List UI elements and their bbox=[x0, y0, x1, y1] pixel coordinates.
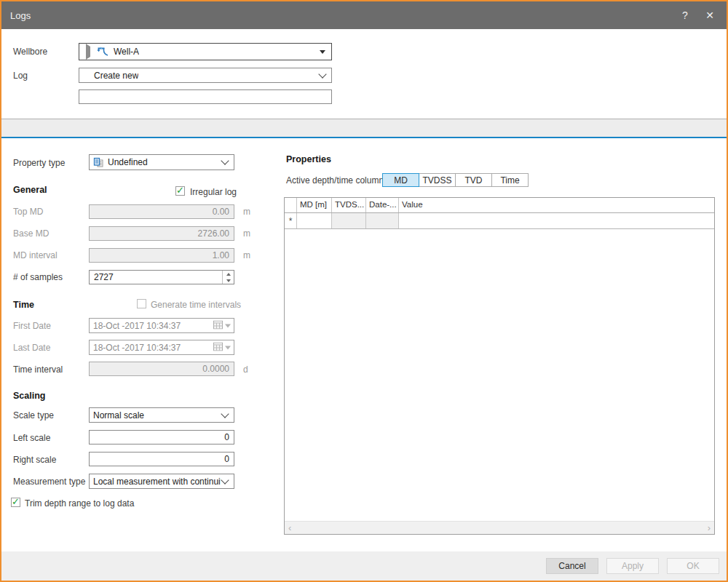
time-interval-unit: d bbox=[243, 364, 248, 375]
base-md-field: 2726.00 bbox=[89, 226, 234, 241]
top-md-unit: m bbox=[243, 207, 250, 217]
property-type-label: Property type bbox=[13, 158, 65, 168]
column-header-md[interactable]: MD [m] bbox=[297, 198, 332, 212]
calendar-icon bbox=[213, 320, 223, 331]
base-md-unit: m bbox=[243, 228, 250, 239]
wellbore-icon bbox=[97, 47, 109, 57]
scale-type-label: Scale type bbox=[13, 410, 54, 420]
base-md-label: Base MD bbox=[13, 228, 49, 239]
num-samples-label: # of samples bbox=[13, 272, 63, 282]
time-section-title: Time bbox=[13, 300, 34, 310]
tree-expander-icon[interactable] bbox=[86, 47, 90, 57]
scroll-right-icon[interactable] bbox=[708, 522, 711, 533]
measurement-type-value: Local measurement with continuit bbox=[93, 477, 221, 487]
trim-depth-range-checkbox[interactable] bbox=[11, 498, 20, 507]
logs-dialog: Logs ? ✕ Wellbore Well-A Log Create new … bbox=[0, 0, 728, 582]
time-interval-label: Time interval bbox=[13, 364, 63, 375]
wellbore-dropdown-icon[interactable] bbox=[320, 50, 325, 54]
first-date-picker: 18-Oct -2017 10:34:37 bbox=[89, 318, 234, 333]
irregular-log-label: Irregular log bbox=[190, 187, 237, 197]
table-header-row: MD [m] TVDS... Date-... Value bbox=[285, 198, 714, 213]
md-interval-label: MD interval bbox=[13, 250, 58, 260]
column-button-md[interactable]: MD bbox=[382, 173, 419, 187]
title-bar[interactable]: Logs ? ✕ bbox=[1, 1, 727, 29]
generate-time-intervals-checkbox bbox=[137, 299, 146, 308]
footer-bar: Cancel Apply OK bbox=[1, 551, 727, 581]
column-header-tvdss[interactable]: TVDS... bbox=[332, 198, 366, 212]
horizontal-scrollbar[interactable] bbox=[285, 521, 714, 534]
active-column-selector: MD TVDSS TVD Time bbox=[382, 173, 529, 187]
top-md-field: 0.00 bbox=[89, 204, 234, 219]
generate-time-intervals-label: Generate time intervals bbox=[151, 300, 241, 310]
calendar-icon bbox=[213, 342, 223, 353]
right-scale-label: Right scale bbox=[13, 455, 56, 465]
new-row-marker: * bbox=[285, 213, 297, 228]
column-header-date[interactable]: Date-... bbox=[366, 198, 399, 212]
log-chevron-down-icon[interactable] bbox=[318, 70, 326, 78]
scale-type-chevron-down-icon[interactable] bbox=[221, 410, 229, 418]
help-button[interactable]: ? bbox=[673, 9, 697, 21]
trim-depth-range-label: Trim depth range to log data bbox=[25, 498, 134, 509]
log-combobox[interactable]: Create new bbox=[79, 68, 332, 83]
column-button-tvdss[interactable]: TVDSS bbox=[419, 173, 456, 187]
properties-table[interactable]: MD [m] TVDS... Date-... Value * bbox=[284, 197, 715, 535]
cell-date bbox=[366, 213, 399, 228]
scale-type-combobox[interactable]: Normal scale bbox=[89, 407, 234, 423]
scale-type-value: Normal scale bbox=[93, 410, 144, 420]
table-row: * bbox=[285, 213, 714, 229]
cancel-button[interactable]: Cancel bbox=[546, 558, 598, 574]
column-header-value[interactable]: Value bbox=[399, 198, 714, 212]
wellbore-combobox[interactable]: Well-A bbox=[79, 43, 332, 60]
active-depth-time-column-label: Active depth/time column bbox=[286, 175, 384, 186]
log-label: Log bbox=[13, 71, 28, 81]
property-type-combobox[interactable]: Undefined bbox=[89, 154, 234, 170]
num-samples-spinner[interactable] bbox=[222, 271, 234, 284]
log-value: Create new bbox=[94, 71, 138, 81]
tab-strip bbox=[1, 119, 727, 138]
measurement-type-combobox[interactable]: Local measurement with continuit bbox=[89, 474, 234, 489]
time-interval-field: 0.0000 bbox=[89, 362, 234, 376]
right-scale-input[interactable] bbox=[89, 452, 234, 466]
left-scale-label: Left scale bbox=[13, 433, 50, 443]
cell-tvdss bbox=[332, 213, 366, 228]
wellbore-label: Wellbore bbox=[13, 47, 47, 57]
column-button-time[interactable]: Time bbox=[491, 173, 529, 187]
first-date-dropdown-icon bbox=[225, 324, 231, 327]
spinner-up-icon[interactable] bbox=[223, 271, 234, 277]
md-interval-unit: m bbox=[243, 250, 250, 260]
wellbore-value: Well-A bbox=[114, 47, 139, 57]
left-scale-input[interactable] bbox=[89, 430, 234, 445]
apply-button: Apply bbox=[606, 558, 659, 574]
dialog-title: Logs bbox=[10, 10, 31, 21]
property-type-chevron-down-icon[interactable] bbox=[221, 156, 229, 164]
scroll-left-icon[interactable] bbox=[288, 522, 291, 533]
properties-section-title: Properties bbox=[286, 154, 331, 164]
irregular-log-checkbox[interactable] bbox=[175, 186, 185, 196]
measurement-type-chevron-down-icon[interactable] bbox=[221, 476, 229, 484]
last-date-dropdown-icon bbox=[225, 346, 231, 349]
ok-button: OK bbox=[667, 558, 719, 574]
measurement-type-label: Measurement type bbox=[13, 477, 85, 487]
top-md-label: Top MD bbox=[13, 207, 43, 217]
last-date-value: 18-Oct -2017 10:34:37 bbox=[93, 343, 181, 353]
cell-value[interactable] bbox=[399, 213, 714, 228]
first-date-value: 18-Oct -2017 10:34:37 bbox=[93, 321, 181, 331]
table-corner-cell bbox=[285, 198, 297, 212]
property-type-value: Undefined bbox=[108, 157, 148, 167]
last-date-picker: 18-Oct -2017 10:34:37 bbox=[89, 340, 234, 355]
column-button-tvd[interactable]: TVD bbox=[455, 173, 492, 187]
log-name-input[interactable] bbox=[79, 89, 332, 104]
close-button[interactable]: ✕ bbox=[697, 9, 722, 21]
md-interval-field: 1.00 bbox=[89, 248, 234, 263]
cell-md[interactable] bbox=[297, 213, 332, 228]
general-section-title: General bbox=[13, 185, 47, 195]
scaling-section-title: Scaling bbox=[13, 391, 45, 401]
num-samples-input[interactable] bbox=[89, 270, 234, 284]
last-date-label: Last Date bbox=[13, 343, 50, 353]
first-date-label: First Date bbox=[13, 321, 51, 331]
spinner-down-icon[interactable] bbox=[223, 277, 234, 284]
property-template-icon bbox=[93, 157, 104, 168]
